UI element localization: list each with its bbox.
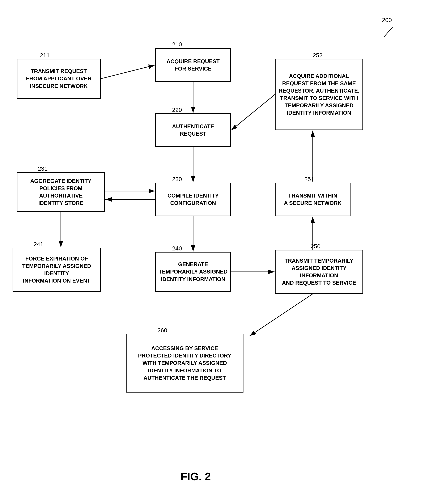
label-231: 231 bbox=[38, 165, 48, 172]
box-260: ACCESSING BY SERVICE PROTECTED IDENTITY … bbox=[126, 334, 243, 393]
label-250: 250 bbox=[311, 243, 321, 250]
box-240: GENERATE TEMPORARILY ASSIGNED IDENTITY I… bbox=[155, 252, 231, 292]
svg-line-13 bbox=[384, 27, 393, 37]
box-230: COMPILE IDENTITY CONFIGURATION bbox=[155, 183, 231, 216]
label-200: 200 bbox=[382, 17, 392, 24]
label-220: 220 bbox=[172, 107, 182, 113]
label-241: 241 bbox=[34, 241, 44, 248]
fig-label: FIG. 2 bbox=[180, 470, 211, 483]
box-220: AUTHENTICATE REQUEST bbox=[155, 113, 231, 147]
svg-line-1 bbox=[101, 65, 155, 79]
box-241: FORCE EXPIRATION OF TEMPORARILY ASSIGNED… bbox=[13, 248, 101, 292]
svg-line-12 bbox=[250, 294, 313, 336]
label-210: 210 bbox=[172, 41, 182, 48]
label-251: 251 bbox=[304, 176, 314, 183]
diagram-container: 200 FIG. 2 ACQUIRE REQUEST FOR SERVICE 2… bbox=[0, 0, 429, 504]
box-211: TRANSMIT REQUEST FROM APPLICANT OVER INS… bbox=[17, 59, 101, 99]
label-240: 240 bbox=[172, 245, 182, 252]
box-251: TRANSMIT WITHIN A SECURE NETWORK bbox=[275, 183, 350, 216]
svg-line-11 bbox=[231, 94, 275, 130]
label-230: 230 bbox=[172, 176, 182, 183]
label-211: 211 bbox=[40, 52, 50, 59]
box-231: AGGREGATE IDENTITY POLICIES FROM AUTHORI… bbox=[17, 172, 105, 212]
label-260: 260 bbox=[157, 327, 167, 334]
label-252: 252 bbox=[313, 52, 322, 59]
box-210: ACQUIRE REQUEST FOR SERVICE bbox=[155, 48, 231, 82]
box-250: TRANSMIT TEMPORARILY ASSIGNED IDENTITY I… bbox=[275, 250, 363, 294]
box-252: ACQUIRE ADDITIONAL REQUEST FROM THE SAME… bbox=[275, 59, 363, 130]
